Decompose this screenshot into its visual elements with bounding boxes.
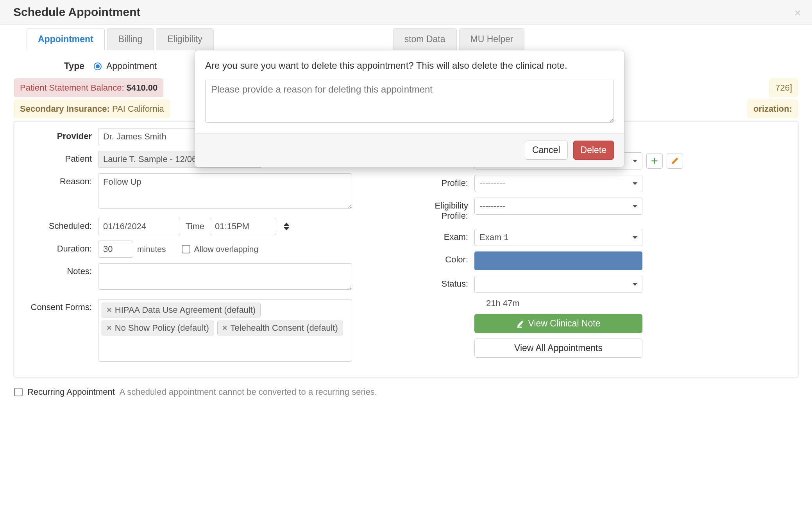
chevron-down-icon [633, 283, 637, 286]
elig-label-line2: Profile: [442, 211, 468, 221]
color-label: Color: [408, 251, 474, 265]
edit-note-icon [517, 320, 524, 328]
consent-tag: ×No Show Policy (default) [102, 321, 214, 335]
view-all-label: View All Appointments [514, 343, 603, 353]
consent-tag-label: HIPAA Data Use Agreement (default) [115, 305, 256, 315]
recurring-checkbox[interactable] [14, 388, 23, 396]
consent-tag: ×HIPAA Data Use Agreement (default) [102, 303, 261, 317]
tab-eligibility[interactable]: Eligibility [156, 28, 213, 50]
delete-confirm-modal: Are you sure you want to delete this app… [195, 50, 624, 167]
chevron-down-icon [633, 236, 637, 239]
time-label: Time [186, 221, 204, 232]
close-icon[interactable]: × [794, 7, 801, 19]
reason-label: Reason: [20, 173, 98, 187]
notes-label: Notes: [20, 263, 98, 276]
type-label: Type [64, 61, 84, 71]
eligibility-profile-label: Eligibility Profile: [408, 198, 474, 221]
profile-select[interactable]: --------- [474, 175, 642, 192]
secondary-label: Secondary Insurance: [20, 104, 112, 114]
reason-textarea[interactable] [98, 173, 352, 209]
consent-tag: ×Telehealth Consent (default) [217, 321, 343, 335]
view-clinical-note-label: View Clinical Note [528, 318, 601, 329]
tab-mu-helper[interactable]: MU Helper [459, 28, 525, 50]
chevron-down-icon [633, 160, 637, 162]
consent-label-text: Consent Forms: [31, 302, 92, 312]
scheduled-date-input[interactable] [98, 218, 180, 235]
pencil-icon [671, 157, 679, 165]
modal-message: Are you sure you want to delete this app… [205, 59, 614, 73]
profile-value: --------- [479, 178, 505, 189]
status-label: Status: [408, 276, 474, 289]
view-clinical-note-button[interactable]: View Clinical Note [474, 314, 642, 333]
auth-alert-tail: 726] [769, 78, 798, 97]
status-select[interactable] [474, 276, 642, 293]
tab-appointment[interactable]: Appointment [27, 28, 105, 50]
scheduled-label: Scheduled: [20, 218, 98, 231]
balance-label: Patient Statement Balance: [20, 83, 127, 93]
recurring-label: Recurring Appointment [27, 387, 115, 397]
secondary-insurance-alert: Secondary Insurance: PAI California [14, 100, 170, 118]
elapsed-time: 21h 47m [486, 298, 792, 308]
chevron-down-icon [633, 205, 637, 208]
exam-select[interactable]: Exam 1 [474, 229, 642, 246]
time-spin-up[interactable] [283, 223, 290, 226]
header-bar: Schedule Appointment × [0, 0, 812, 25]
profile-label: Profile: [408, 175, 474, 188]
remove-tag-icon[interactable]: × [107, 305, 112, 315]
exam-label: Exam: [408, 229, 474, 242]
type-appointment-label: Appointment [106, 61, 157, 71]
provider-value: Dr. James Smith [103, 132, 166, 142]
type-appointment-radio[interactable] [94, 62, 102, 70]
remove-tag-icon[interactable]: × [222, 323, 227, 333]
consent-tag-label: No Show Policy (default) [115, 323, 209, 333]
consent-tag-label: Telehealth Consent (default) [231, 323, 338, 333]
secondary-value: PAI California [112, 104, 164, 114]
tab-billing[interactable]: Billing [107, 28, 154, 50]
auth-tail: 726] [775, 83, 792, 93]
color-swatch[interactable] [474, 251, 642, 270]
duration-label: Duration: [20, 241, 98, 254]
balance-amount: $410.00 [127, 83, 158, 93]
tab-custom-data[interactable]: stom Data [393, 28, 457, 50]
recurring-hint: A scheduled appointment cannot be conver… [120, 387, 377, 397]
delete-button[interactable]: Delete [573, 141, 614, 160]
cancel-label: Cancel [532, 145, 560, 155]
delete-label: Delete [581, 145, 606, 155]
notes-textarea[interactable] [98, 263, 352, 290]
authorization-label: orization: [753, 104, 792, 114]
provider-label: Provider [20, 128, 98, 141]
view-all-appointments-button[interactable]: View All Appointments [474, 339, 642, 358]
spacer [408, 314, 474, 317]
patient-label: Patient [20, 151, 98, 164]
eligibility-profile-select[interactable]: --------- [474, 198, 642, 215]
allow-overlapping-checkbox[interactable] [182, 245, 190, 253]
elig-label-line1: Eligibility [435, 201, 468, 210]
duration-unit: minutes [137, 244, 166, 254]
exam-value: Exam 1 [479, 232, 509, 242]
allow-overlapping-label: Allow overlapping [194, 244, 259, 254]
edit-office-button[interactable] [667, 153, 683, 169]
plus-icon [651, 157, 658, 165]
time-spin-down[interactable] [283, 227, 290, 230]
tabs: Appointment Billing Eligibility x x x x … [27, 28, 785, 50]
consent-forms-label: Consent Forms: [20, 299, 98, 312]
recurring-row: Recurring Appointment A scheduled appoin… [14, 387, 798, 397]
add-office-button[interactable] [646, 153, 663, 169]
duration-input[interactable] [98, 241, 133, 258]
page-title: Schedule Appointment [13, 5, 799, 19]
cancel-button[interactable]: Cancel [525, 141, 568, 160]
remove-tag-icon[interactable]: × [107, 323, 112, 333]
time-spinner [283, 223, 290, 230]
consent-forms-box[interactable]: ×HIPAA Data Use Agreement (default)×No S… [98, 299, 352, 362]
chevron-down-icon [633, 182, 637, 185]
balance-alert: Patient Statement Balance: $410.00 [14, 78, 163, 97]
delete-reason-textarea[interactable] [205, 80, 614, 123]
eligibility-profile-value: --------- [479, 201, 505, 211]
authorization-alert: orization: [748, 100, 798, 118]
scheduled-time-input[interactable] [210, 218, 276, 235]
